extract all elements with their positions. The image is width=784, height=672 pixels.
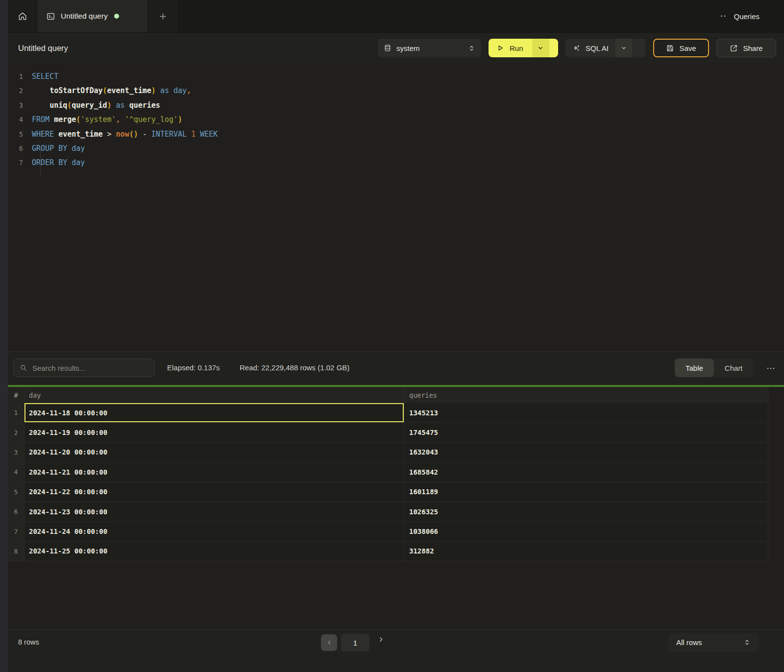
previous-page-button[interactable] xyxy=(321,634,337,651)
cell-day[interactable]: 2024-11-22 00:00:00 xyxy=(24,482,404,502)
queries-link[interactable]: Queries xyxy=(734,12,760,21)
column-header-queries[interactable]: queries xyxy=(404,387,768,403)
line-number: 2 xyxy=(8,84,23,98)
cell-queries[interactable]: 1632043 xyxy=(404,443,768,462)
database-select-value: system xyxy=(396,44,463,52)
panel-toggle-icon[interactable]: ·· xyxy=(720,11,727,21)
line-number: 3 xyxy=(8,98,23,113)
cell-day[interactable]: 2024-11-23 00:00:00 xyxy=(24,502,404,521)
row-number: 7 xyxy=(8,522,24,541)
share-button[interactable]: Share xyxy=(716,39,776,57)
row-number: 5 xyxy=(8,482,24,502)
results-footer: 8 rows 1 All rows xyxy=(8,629,784,672)
cell-day[interactable]: 2024-11-20 00:00:00 xyxy=(24,443,404,462)
elapsed-stat: Elapsed: 0.137s xyxy=(167,363,220,372)
view-toggle: Table Chart xyxy=(675,359,754,377)
results-table: # day queries 12024-11-18 00:00:00134521… xyxy=(8,387,768,561)
results-more-options-icon[interactable]: ⋯ xyxy=(766,363,776,374)
table-row: 12024-11-18 00:00:001345213 xyxy=(8,403,768,423)
row-number: 2 xyxy=(8,423,24,442)
cell-queries[interactable]: 1038066 xyxy=(404,522,768,541)
table-header-row: # day queries xyxy=(8,387,768,403)
line-number: 4 xyxy=(8,113,23,127)
home-button[interactable] xyxy=(8,0,37,32)
cell-queries[interactable]: 1026325 xyxy=(404,502,768,521)
database-icon xyxy=(384,44,392,52)
page-number-button[interactable]: 1 xyxy=(341,634,369,651)
play-icon xyxy=(496,44,504,52)
plus-icon xyxy=(158,12,168,21)
indent-guide xyxy=(40,148,41,177)
line-number: 5 xyxy=(8,127,23,142)
sql-ai-button-group: SQL AI xyxy=(565,39,646,57)
cell-day[interactable]: 2024-11-18 00:00:00 xyxy=(24,403,404,422)
updown-chevron-icon xyxy=(743,639,751,646)
code-line[interactable]: 4FROM merge('system', '^query_log') xyxy=(8,113,784,127)
view-toggle-table[interactable]: Table xyxy=(675,359,714,377)
chevron-down-icon xyxy=(537,45,544,51)
table-row: 72024-11-24 00:00:001038066 xyxy=(8,522,768,541)
share-icon xyxy=(730,44,738,52)
cell-queries[interactable]: 1685842 xyxy=(404,462,768,481)
row-number: 4 xyxy=(8,462,24,481)
search-results-box[interactable] xyxy=(13,359,154,377)
column-header-index[interactable]: # xyxy=(8,387,24,403)
sparkles-icon xyxy=(572,44,581,52)
cell-day[interactable]: 2024-11-19 00:00:00 xyxy=(24,423,404,442)
chevron-left-icon xyxy=(326,639,333,646)
sql-ai-options-button[interactable] xyxy=(615,39,632,57)
code-line[interactable]: 6GROUP BY day xyxy=(8,142,784,156)
left-rail xyxy=(0,0,8,672)
line-number: 1 xyxy=(8,70,23,84)
code-line[interactable]: 1SELECT xyxy=(8,70,784,84)
save-button-label: Save xyxy=(679,44,696,52)
search-results-input[interactable] xyxy=(32,364,148,372)
run-button[interactable]: Run xyxy=(489,39,532,57)
home-icon xyxy=(18,11,27,21)
run-button-group: Run xyxy=(489,39,558,57)
table-row: 32024-11-20 00:00:001632043 xyxy=(8,443,768,462)
line-number: 7 xyxy=(8,156,23,170)
terminal-icon xyxy=(46,12,55,21)
read-stat: Read: 22,229,488 rows (1.02 GB) xyxy=(240,363,349,372)
query-header: Untitled query system xyxy=(8,33,784,64)
view-toggle-chart[interactable]: Chart xyxy=(714,359,754,377)
table-body: 12024-11-18 00:00:00134521322024-11-19 0… xyxy=(8,403,768,561)
tab-untitled-query[interactable]: Untitled query xyxy=(37,0,148,32)
run-options-button[interactable] xyxy=(532,39,549,57)
table-row: 52024-11-22 00:00:001601189 xyxy=(8,482,768,502)
updown-chevron-icon xyxy=(468,45,475,52)
sql-ai-button[interactable]: SQL AI xyxy=(565,39,615,57)
unsaved-changes-dot xyxy=(114,14,119,19)
new-tab-button[interactable] xyxy=(148,0,178,32)
cell-queries[interactable]: 1745475 xyxy=(404,423,768,442)
cell-day[interactable]: 2024-11-21 00:00:00 xyxy=(24,462,404,481)
row-number: 1 xyxy=(8,403,24,422)
run-button-label: Run xyxy=(510,44,523,52)
save-button[interactable]: Save xyxy=(653,39,709,57)
database-select[interactable]: system xyxy=(378,39,481,57)
cell-queries[interactable]: 1345213 xyxy=(404,403,768,422)
tab-label: Untitled query xyxy=(61,12,108,21)
table-row: 42024-11-21 00:00:001685842 xyxy=(8,462,768,482)
row-number: 3 xyxy=(8,443,24,462)
code-line[interactable]: 3 uniq(query_id) as queries xyxy=(8,98,784,113)
cell-day[interactable]: 2024-11-25 00:00:00 xyxy=(24,542,404,561)
cell-queries[interactable]: 1601189 xyxy=(404,482,768,502)
code-line[interactable]: 2 toStartOfDay(event_time) as day, xyxy=(8,84,784,98)
tab-bar: Untitled query ·· Queries xyxy=(8,0,784,33)
results-toolbar: Elapsed: 0.137s Read: 22,229,488 rows (1… xyxy=(8,351,784,385)
table-row: 62024-11-23 00:00:001026325 xyxy=(8,502,768,522)
column-header-day[interactable]: day xyxy=(24,387,404,403)
cell-queries[interactable]: 312882 xyxy=(404,542,768,561)
search-icon xyxy=(20,364,27,372)
chevron-right-icon xyxy=(377,636,385,643)
line-number: 6 xyxy=(8,142,23,156)
code-line[interactable]: 5WHERE event_time > now() - INTERVAL 1 W… xyxy=(8,127,784,142)
page-size-select[interactable]: All rows xyxy=(668,633,759,652)
row-count-label: 8 rows xyxy=(18,638,39,646)
next-page-button[interactable] xyxy=(377,636,385,643)
code-line[interactable]: 7ORDER BY day xyxy=(8,156,784,170)
cell-day[interactable]: 2024-11-24 00:00:00 xyxy=(24,522,404,541)
sql-editor[interactable]: 1SELECT2 toStartOfDay(event_time) as day… xyxy=(8,64,784,351)
